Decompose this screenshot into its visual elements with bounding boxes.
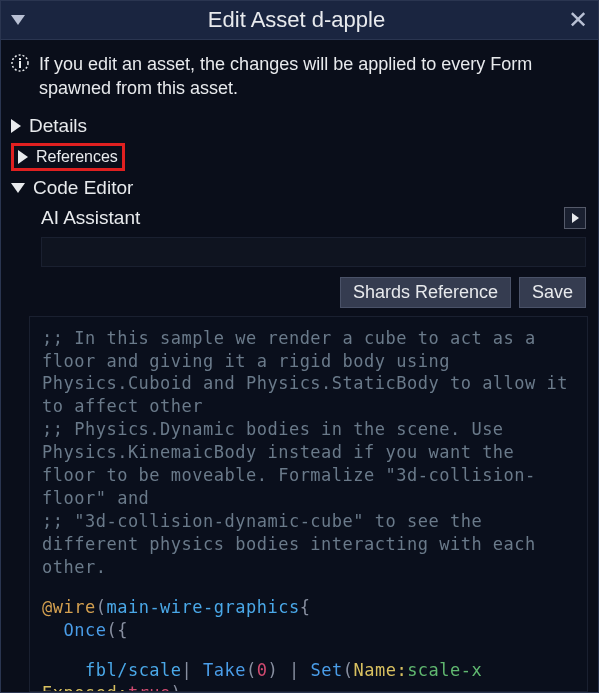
play-icon [572,213,579,223]
code-line: @wire(main-wire-graphics{ [42,596,575,619]
ai-input[interactable] [41,237,586,267]
code-line: fbl/scale| Take(0) | Set(Name:scale-x [42,659,575,682]
collapse-all-icon[interactable] [11,15,25,25]
titlebar: Edit Asset d-apple ✕ [1,1,598,40]
section-label: References [36,148,118,166]
chevron-right-icon [11,119,21,133]
window-title: Edit Asset d-apple [25,7,568,33]
content-area: If you edit an asset, the changes will b… [1,40,598,692]
ai-run-button[interactable] [564,207,586,229]
code-editor[interactable]: ;; In this sample we render a cube to ac… [29,316,588,692]
svg-rect-1 [19,58,21,60]
code-comment: ;; "3d-collision-dynamic-cube" to see th… [42,510,575,579]
section-label: Details [29,115,87,137]
svg-rect-2 [19,61,21,68]
code-line: Exposed:true) [42,682,575,692]
ai-assistant-label: AI Assistant [41,207,140,229]
info-icon [11,54,29,76]
section-references[interactable]: References [11,143,125,171]
save-button[interactable]: Save [519,277,586,308]
section-code-editor[interactable]: Code Editor [11,173,588,203]
info-banner: If you edit an asset, the changes will b… [11,48,588,111]
info-text: If you edit an asset, the changes will b… [39,52,588,101]
asset-editor-window: Edit Asset d-apple ✕ If you edit an asse… [0,0,599,693]
code-comment: ;; In this sample we render a cube to ac… [42,327,575,419]
chevron-down-icon [11,183,25,193]
section-label: Code Editor [33,177,133,199]
section-details[interactable]: Details [11,111,588,141]
chevron-right-icon [18,150,28,164]
code-line: Once({ [42,619,575,642]
code-comment: ;; Physics.Dynamic bodies in the scene. … [42,418,575,510]
shards-reference-button[interactable]: Shards Reference [340,277,511,308]
code-editor-section: AI Assistant Shards Reference Save ;; In… [11,203,588,692]
close-icon[interactable]: ✕ [568,8,588,32]
